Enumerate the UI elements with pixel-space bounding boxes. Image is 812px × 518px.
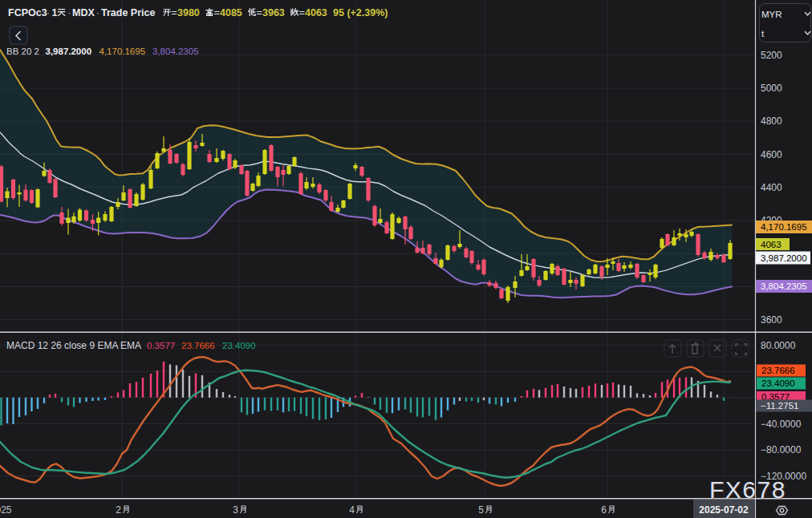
svg-text:3963: 3963: [262, 7, 285, 18]
svg-text:3980: 3980: [177, 7, 200, 18]
svg-text:5: 5: [478, 504, 484, 516]
svg-text:3,987.2000: 3,987.2000: [46, 47, 92, 56]
svg-text:2: 2: [116, 504, 121, 516]
svg-text:FCPOc3: FCPOc3: [8, 7, 47, 18]
svg-text:4600: 4600: [761, 149, 782, 160]
svg-text:4800: 4800: [761, 115, 782, 127]
svg-text:95 (+2.39%): 95 (+2.39%): [333, 7, 388, 18]
svg-text:4085: 4085: [220, 7, 242, 18]
svg-text:3,804.2305: 3,804.2305: [152, 47, 199, 56]
svg-text:5000: 5000: [761, 83, 782, 94]
svg-text:0.3577: 0.3577: [147, 341, 175, 350]
svg-text:−120.0000: −120.0000: [761, 471, 806, 482]
svg-text:2025: 2025: [0, 504, 12, 516]
svg-text:3: 3: [233, 504, 238, 516]
svg-text:MDX: MDX: [72, 7, 95, 18]
svg-text:23.7666: 23.7666: [181, 341, 215, 350]
svg-text:4063: 4063: [761, 240, 782, 249]
svg-text:6: 6: [601, 504, 607, 516]
svg-text:80.0000: 80.0000: [761, 340, 796, 351]
svg-text:BB 20 2: BB 20 2: [6, 47, 39, 56]
svg-text:3,804.2305: 3,804.2305: [761, 281, 807, 291]
svg-text:5200: 5200: [761, 50, 782, 61]
svg-text:=: =: [257, 7, 262, 18]
svg-text:3600: 3600: [761, 314, 782, 326]
svg-text:·: ·: [96, 7, 99, 18]
svg-text:4400: 4400: [761, 182, 782, 193]
svg-text:4: 4: [349, 504, 355, 516]
svg-text:4,170.1695: 4,170.1695: [99, 47, 146, 56]
svg-text:Trade Price: Trade Price: [101, 7, 155, 18]
svg-text:−40.0000: −40.0000: [761, 419, 802, 430]
svg-text:−80.0000: −80.0000: [761, 444, 802, 455]
svg-text:23.4090: 23.4090: [761, 378, 795, 388]
svg-text:2025-07-02: 2025-07-02: [699, 504, 749, 516]
svg-text:3,987.2000: 3,987.2000: [761, 253, 807, 263]
svg-text:4063: 4063: [305, 7, 327, 18]
svg-text:MYR: MYR: [761, 10, 782, 19]
svg-text:=: =: [172, 7, 177, 18]
svg-text:=: =: [299, 7, 305, 18]
svg-text:·: ·: [47, 7, 50, 18]
svg-text:4,170.1695: 4,170.1695: [761, 222, 807, 232]
svg-text:1: 1: [52, 7, 58, 18]
svg-text:MACD 12 26 close 9 EMA EMA: MACD 12 26 close 9 EMA EMA: [6, 340, 141, 351]
svg-text:−11.2751: −11.2751: [761, 401, 798, 411]
svg-text:=: =: [214, 7, 220, 18]
svg-text:23.7666: 23.7666: [761, 366, 795, 375]
svg-text:·: ·: [67, 7, 71, 18]
svg-text:23.4090: 23.4090: [222, 341, 256, 350]
